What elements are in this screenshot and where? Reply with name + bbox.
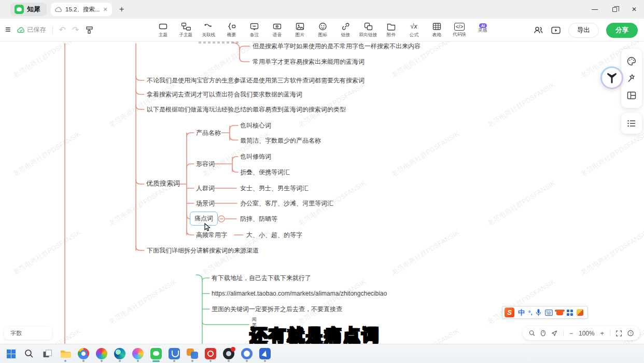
tool-attachment[interactable]: 附件	[380, 19, 402, 41]
mindmap-node[interactable]: 拿着搜索词去查词才可以查出符合我们要求数据的蓝海词	[147, 90, 302, 99]
taskbar-dual-squares-app[interactable]	[186, 346, 199, 361]
ime-punctuation[interactable]: °,	[528, 310, 532, 316]
ime-emoji-icon[interactable]	[577, 309, 583, 316]
export-button[interactable]: 导出	[568, 23, 599, 38]
tool-note[interactable]: 备注	[243, 19, 265, 41]
tool-bidirectional-link[interactable]: 双向链接	[357, 19, 380, 41]
mindmap-node[interactable]: 也叫修饰词	[240, 152, 271, 161]
mouse-mode-icon[interactable]	[541, 329, 545, 337]
mindmap-node[interactable]: 里面的关键词一定要拆开之后去查，不要直接查	[212, 305, 342, 313]
mindmap-node[interactable]: 防摔、防晒等	[240, 215, 277, 223]
tool-voice[interactable]: 语音	[265, 19, 288, 41]
ime-toolbar[interactable]: S 中 °,	[502, 306, 588, 319]
help-icon[interactable]: ?	[627, 329, 634, 337]
link-icon	[341, 22, 351, 31]
taskbar-search-button[interactable]	[22, 346, 36, 361]
mindmap-node[interactable]: 不论我们是使用淘宝官方的生意参谋还是使用第三方软件查词都需要先有搜索词	[147, 76, 365, 85]
magic-wand-icon[interactable]	[626, 73, 637, 83]
mindmap-node[interactable]: 下面我们详细拆分讲解搜索词的来源渠道	[147, 246, 259, 255]
structure-layout-icon[interactable]	[626, 90, 637, 101]
mindmap-node[interactable]: 形容词	[196, 160, 215, 168]
taskbar-file-explorer[interactable]	[59, 346, 72, 361]
mindmap-canvas[interactable]: 老范电商社群PDSFANSIK老范电商社群PDSFANSIK老范电商社群PDSF…	[0, 41, 644, 344]
mindmap-node[interactable]: 人群词	[196, 184, 215, 192]
theme-palette-icon[interactable]	[626, 56, 637, 66]
zoom-out-button[interactable]: −	[569, 330, 573, 337]
document-tab[interactable]: 15.2、搜索... ✕	[51, 3, 112, 16]
new-tab-button[interactable]: +	[119, 4, 124, 15]
ai-assistant-fab[interactable]	[600, 66, 623, 89]
tool-sticker[interactable]: 图标	[311, 19, 334, 41]
mindmap-node[interactable]: 常用单字才更容易搜索出来能用的蓝海词	[253, 58, 365, 66]
tool-subtopic[interactable]: 子主题	[174, 19, 197, 41]
zoom-in-button[interactable]: +	[600, 330, 604, 337]
fullscreen-icon[interactable]	[616, 330, 622, 337]
taskbar-task-view-button[interactable]	[40, 346, 54, 361]
tool-code-block[interactable]: </> 代码块	[448, 19, 471, 41]
tool-table[interactable]: 表格	[425, 19, 448, 41]
mindmap-node[interactable]: 女士、男士、男生等词汇	[240, 184, 309, 192]
mindmap-node[interactable]: 场景词	[196, 199, 215, 207]
tool-formula[interactable]: √x 公式	[402, 19, 425, 41]
collapse-toggle[interactable]	[218, 216, 225, 222]
tool-image[interactable]: 图片	[288, 19, 311, 41]
clipped-parent-node[interactable]	[199, 41, 239, 44]
ime-keyboard-icon[interactable]	[545, 310, 553, 316]
window-minimize-button[interactable]: —	[585, 0, 605, 19]
video-tutorial-icon[interactable]	[551, 26, 561, 35]
taskbar-browser-swirl[interactable]	[95, 346, 108, 361]
tool-link[interactable]: 链接	[334, 19, 357, 41]
save-status: 已保存	[17, 25, 46, 34]
zhixi-ai-logo-icon	[606, 72, 618, 84]
window-close-button[interactable]: ✕	[624, 0, 644, 19]
mindmap-node[interactable]: 以下是根据咱们做蓝海玩法经验总结的最容易查到蓝海词的搜索词的类型	[147, 105, 346, 114]
mindmap-node[interactable]: 大、小、超、的等字	[246, 231, 302, 239]
tool-relation-line[interactable]: 关联线	[197, 19, 220, 41]
ime-mic-icon[interactable]	[536, 309, 541, 316]
zhixi-logo-icon	[15, 5, 24, 14]
taskbar-qianniu[interactable]	[167, 346, 181, 361]
collaborators-icon[interactable]	[533, 25, 543, 35]
mindmap-node[interactable]: 但是搜索单字时如果使用的是不常用字也一样搜索不出来内容	[253, 42, 421, 50]
tool-summary[interactable]: 概要	[220, 19, 243, 41]
ime-toolbox-icon[interactable]	[567, 310, 573, 316]
locate-center-icon[interactable]	[551, 329, 557, 337]
mindmap-node[interactable]: 办公室、客厅、沙滩、河里等词汇	[240, 199, 333, 207]
share-button[interactable]: 分享	[606, 23, 638, 38]
taskbar-zhixi-active[interactable]	[149, 346, 163, 361]
cloud-sync-icon	[17, 27, 25, 33]
format-painter-icon[interactable]	[85, 25, 94, 34]
search-icon[interactable]	[529, 329, 535, 337]
mindmap-node[interactable]: 产品名称	[196, 129, 221, 137]
mindmap-node[interactable]: 高频常用字	[196, 231, 227, 239]
ime-skin-icon[interactable]	[556, 310, 563, 315]
mindmap-node[interactable]: 有下载地址，自己去下载下来就行了	[212, 274, 311, 282]
taskbar-edge[interactable]	[113, 346, 127, 361]
tool-topic[interactable]: 主题	[151, 19, 174, 41]
taskbar-red-ring-app[interactable]	[204, 346, 217, 361]
tool-ai-inspiration[interactable]: AI 灵感	[471, 19, 494, 41]
mindmap-node[interactable]: 也叫核心词	[240, 121, 271, 130]
tab-close-icon[interactable]: ✕	[103, 6, 107, 13]
mindmap-node[interactable]: 折叠、便携等词汇	[240, 168, 290, 176]
taskbar-blue-plane-app[interactable]	[258, 346, 272, 361]
smiley-icon	[318, 22, 328, 31]
taskbar-obs[interactable]	[222, 346, 235, 361]
ime-mode-chinese[interactable]: 中	[518, 308, 525, 317]
app-home-button[interactable]: 知犀	[10, 3, 47, 16]
redo-icon[interactable]: ↷	[72, 25, 79, 35]
mindmap-node-url[interactable]: https://alimarket.taobao.com/markets/ali…	[212, 289, 387, 298]
subtopic-icon	[181, 22, 191, 31]
taskbar-blue-ring-app[interactable]	[240, 346, 254, 361]
taskbar-colorful-app[interactable]	[131, 346, 145, 361]
outline-list-icon[interactable]	[626, 119, 637, 128]
menu-icon[interactable]: ≡	[5, 24, 11, 35]
mindmap-node[interactable]: 最简洁、字数最少的产品名称	[240, 136, 321, 145]
sogou-logo-icon[interactable]: S	[505, 308, 514, 317]
window-restore-button[interactable]	[605, 0, 624, 19]
mindmap-node-quality-keywords[interactable]: 优质搜索词	[146, 179, 180, 188]
taskbar-start-button[interactable]	[4, 346, 18, 361]
mindmap-node-pain-point-selected[interactable]: 痛点词	[190, 212, 218, 226]
undo-icon[interactable]: ↶	[59, 25, 66, 35]
taskbar-chrome[interactable]	[77, 346, 90, 361]
